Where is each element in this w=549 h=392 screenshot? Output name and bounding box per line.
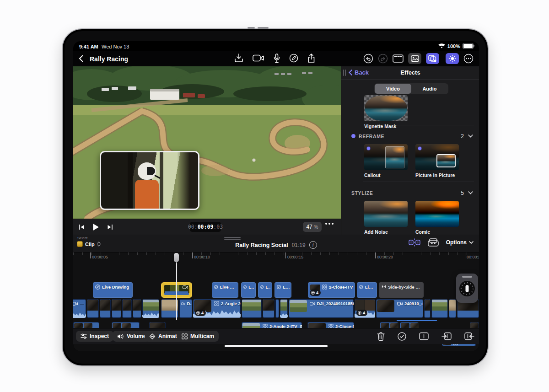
share-icon[interactable]	[307, 54, 315, 63]
record-video-icon[interactable]	[253, 54, 264, 62]
overwrite-edit-icon[interactable]	[464, 332, 474, 340]
back-icon[interactable]	[79, 55, 83, 62]
bottom-toolbar: InspectVolumeAnimateMulticam	[73, 328, 479, 344]
effect-thumbnail-comic[interactable]	[415, 201, 459, 227]
media-browser-button[interactable]	[408, 53, 421, 64]
collapse-control[interactable]	[468, 134, 473, 138]
microphone-icon[interactable]	[274, 54, 280, 63]
timeline-clip[interactable]	[142, 299, 159, 318]
title-pencil-icon	[95, 285, 100, 290]
timeline-clip[interactable]	[100, 299, 111, 318]
timeline-clip--[interactable]: —	[73, 299, 86, 318]
redo-icon[interactable]	[378, 54, 388, 64]
timeline-clip[interactable]	[431, 299, 448, 318]
divider	[363, 182, 474, 182]
skip-forward-icon[interactable]	[107, 224, 113, 230]
picture-in-picture-inset[interactable]	[100, 151, 199, 210]
effects-button[interactable]	[426, 53, 439, 64]
seat-shadow	[177, 152, 198, 209]
done-check-icon[interactable]	[398, 332, 406, 341]
jog-dial[interactable]	[458, 280, 476, 297]
timeline-clip[interactable]	[280, 299, 288, 318]
clip-thumbnail	[242, 300, 261, 311]
timeline-clip[interactable]	[449, 299, 456, 318]
effect-label: Vignette Mask	[364, 124, 396, 129]
title-pencil-icon	[277, 285, 281, 290]
timeline-clip-240910-iph-[interactable]: 240910_iPh…	[376, 299, 423, 318]
timeline-clip[interactable]: 4	[355, 299, 375, 318]
angle-badge: 4	[195, 310, 206, 316]
playhead-line[interactable]	[176, 260, 177, 320]
more-icon[interactable]	[463, 54, 474, 64]
side-by-side-icon	[382, 285, 386, 289]
timeline-clip-li-[interactable]: Li…	[241, 282, 256, 298]
zoom-level-button[interactable]: 47%	[303, 222, 322, 232]
timeline-clip-li-[interactable]: Li…	[274, 282, 291, 298]
timeline-clip-d-[interactable]: D…	[179, 299, 192, 318]
timeline-clip[interactable]	[122, 299, 132, 318]
tab-video[interactable]: Video	[375, 84, 411, 94]
jog-wheel[interactable]	[456, 274, 478, 303]
project-title: Rally Racing	[90, 55, 128, 63]
timecode-display[interactable]: 00:00:09:03	[190, 222, 221, 232]
effect-thumbnail-picture-in-picture[interactable]	[415, 144, 459, 170]
jog-grab-handle[interactable]	[462, 276, 472, 278]
browser-icon[interactable]	[393, 54, 404, 63]
effect-thumbnail-vignette-mask[interactable]	[364, 95, 408, 121]
chevron-down-icon[interactable]	[468, 134, 473, 138]
clip-thumbnail	[143, 300, 159, 311]
inspect-button[interactable]: Inspect	[76, 331, 113, 342]
collapse-control[interactable]	[468, 191, 473, 194]
effect-thumbnail-callout[interactable]	[364, 144, 408, 170]
trim-handle-right[interactable]	[188, 287, 189, 293]
light-inspector-button[interactable]	[446, 53, 459, 64]
clip-thumbnail	[123, 300, 131, 311]
skip-back-icon[interactable]	[79, 224, 85, 230]
trim-handle-left[interactable]	[164, 287, 165, 293]
timeline-clip-live-[interactable]: Live…	[357, 282, 377, 298]
home-indicator[interactable]	[225, 345, 328, 347]
multicam-grid-icon	[214, 301, 219, 306]
back-button[interactable]: Back	[349, 69, 369, 76]
import-icon[interactable]	[234, 53, 243, 63]
timeline-clip[interactable]	[263, 299, 274, 318]
video-viewer[interactable]	[73, 66, 341, 219]
timeline-clip[interactable]	[242, 299, 262, 318]
pip-region	[436, 154, 456, 167]
timeline-clip-live-drawing[interactable]: Live Drawing	[93, 282, 133, 298]
timeline-clip[interactable]	[133, 299, 141, 318]
insert-edit-icon[interactable]	[441, 332, 452, 340]
viewer-more-icon[interactable]	[325, 223, 334, 225]
timeline-clip[interactable]	[275, 299, 279, 318]
play-icon[interactable]	[92, 223, 99, 231]
annotate-icon[interactable]	[289, 54, 298, 63]
chevron-down-icon[interactable]	[468, 191, 473, 194]
trash-icon[interactable]	[377, 332, 385, 341]
applied-dot	[418, 146, 422, 150]
inspect-icon	[81, 333, 87, 339]
track-titles: Live DrawingLive Dra…Li…L…Li…2-Close-ITV…	[73, 282, 479, 298]
multicam-button[interactable]: Multicam	[177, 331, 219, 342]
timeline-clip-l-[interactable]: L…	[258, 282, 272, 298]
timeline-clip[interactable]	[87, 299, 99, 318]
timeline-clip-2-close-itv[interactable]: 2-Close-ITV4	[308, 282, 355, 298]
playhead-handle[interactable]	[174, 253, 179, 262]
clip-thumbnail	[280, 300, 287, 311]
effects-panel: Effects Back VideoAudio Vignette MaskREF…	[341, 66, 479, 235]
clip-thumbnail	[377, 300, 394, 312]
undo-icon[interactable]	[363, 54, 373, 64]
timeline-clip-side-by-side-split[interactable]: Side-by-Side Split	[379, 282, 424, 298]
camera-icon	[310, 302, 315, 306]
effect-preview	[364, 201, 408, 227]
append-edit-icon[interactable]	[419, 332, 429, 340]
timeline-clip-dji-20240910185601-[interactable]: DJI_20240910185601_…	[289, 299, 354, 318]
tab-audio[interactable]: Audio	[411, 84, 448, 94]
timeline-clip[interactable]	[424, 299, 431, 318]
timeline-clip[interactable]	[112, 299, 121, 318]
clip-thumbnail	[133, 300, 141, 311]
volume-button	[258, 27, 269, 29]
applied-dot	[366, 146, 371, 150]
timeline-clip-live-dra-[interactable]: Live Dra…	[212, 282, 238, 298]
timeline-clip-2-angle-2-it-[interactable]: 2-Angle 2-IT…4	[193, 299, 241, 318]
effect-thumbnail-add-noise[interactable]	[364, 201, 408, 227]
